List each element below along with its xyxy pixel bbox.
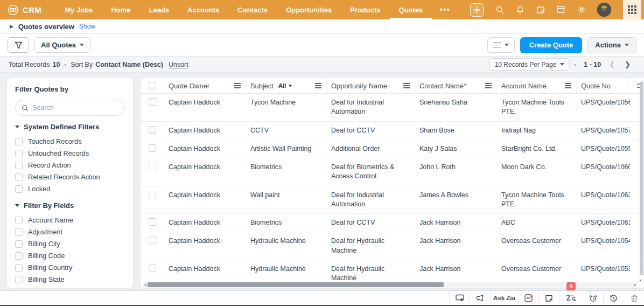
create-quote-button[interactable]: Create Quote [520, 37, 583, 53]
filter-item[interactable]: Untouched Records [15, 148, 125, 159]
filter-checkbox[interactable] [15, 173, 23, 181]
table-row[interactable]: Captain Haddock Biometrics Deal for CCTV… [141, 214, 644, 232]
cell-contact-name[interactable]: James A Bowles [415, 186, 497, 214]
prev-page-button[interactable]: ❮ [604, 60, 620, 68]
row-checkbox[interactable] [149, 191, 156, 198]
cell-account-name[interactable]: Tycon Machine Tools PTE. [497, 186, 577, 214]
filter-item[interactable]: Billing State [15, 274, 125, 285]
cell-subject[interactable]: Tycon Machine [246, 94, 327, 121]
next-page-button[interactable]: ❯ [620, 60, 635, 68]
cell-subject[interactable]: Biometrics [246, 214, 327, 232]
filter-item[interactable]: Locked [15, 183, 125, 194]
cell-contact-name[interactable]: Sham Bose [415, 122, 497, 140]
cell-contact-name[interactable]: Snehansu Saha [415, 94, 497, 121]
vertical-scrollbar[interactable]: ▾ [640, 81, 643, 281]
cell-subject[interactable]: Tycon Machine [246, 288, 327, 289]
nav-item[interactable]: Quotes [390, 0, 432, 19]
records-per-page-dropdown[interactable]: 10 Records Per Page [489, 58, 570, 71]
cell-account-name[interactable]: Moon Dark Co. [497, 158, 577, 186]
actions-button[interactable]: Actions [587, 37, 636, 53]
nav-item[interactable]: Opportunities [277, 0, 341, 19]
filter-item[interactable]: Touched Records [15, 136, 125, 147]
nav-item[interactable]: My Jobs [55, 0, 102, 19]
filter-checkbox[interactable] [15, 264, 23, 272]
collapse-caret-icon[interactable]: ▶ [10, 24, 13, 29]
cell-account-name[interactable]: Indrajit Nag [497, 122, 577, 140]
filter-checkbox[interactable] [15, 252, 23, 260]
show-link[interactable]: Show [79, 23, 95, 30]
cell-opportunity-name[interactable]: Deal for Industrial Automation [327, 186, 415, 214]
filter-button[interactable] [8, 37, 29, 53]
column-menu-icon[interactable] [565, 83, 571, 88]
cell-account-name[interactable]: Overseas Customer [497, 232, 577, 260]
cell-opportunity-name[interactable]: Deal for CCTV [327, 214, 415, 232]
announcement-icon[interactable] [470, 291, 490, 305]
cell-opportunity-name[interactable]: Deal for CCTV [327, 122, 415, 140]
cell-subject[interactable]: Biometrics [246, 158, 327, 186]
row-checkbox[interactable] [149, 98, 156, 106]
search-icon[interactable] [495, 5, 504, 15]
cell-contact-name[interactable]: Alexandra D Billiot [415, 288, 497, 289]
ask-zia-button[interactable]: Ask Zia [490, 291, 518, 305]
nav-item[interactable]: Contacts [228, 0, 277, 19]
table-row[interactable]: Captain Haddock CCTV Deal for CCTV Sham … [141, 122, 644, 140]
filter-checkbox[interactable] [15, 276, 23, 283]
cell-account-name[interactable]: StarBright Co. Ltd. [497, 288, 577, 289]
search-input[interactable] [32, 104, 118, 112]
scroll-down-icon[interactable]: ▾ [639, 278, 641, 283]
subject-filter-dropdown[interactable]: All [278, 82, 293, 89]
select-all-checkbox[interactable] [149, 82, 156, 89]
filter-item[interactable]: Billing Country [15, 262, 125, 273]
filter-item[interactable]: Billing Street [15, 286, 125, 289]
row-checkbox[interactable] [149, 265, 156, 272]
horizontal-scrollbar[interactable]: ◂ ▸ [143, 282, 638, 288]
cell-subject[interactable]: Wall paint [246, 186, 327, 214]
column-header-subject[interactable]: Subject All [246, 78, 327, 93]
marketplace-icon[interactable] [556, 5, 565, 15]
filter-checkbox[interactable] [15, 185, 23, 193]
gear-icon[interactable] [577, 5, 586, 15]
calendar-icon[interactable] [536, 5, 545, 15]
screen-share-icon[interactable] [449, 291, 470, 305]
column-menu-icon[interactable] [403, 83, 410, 88]
zia-signature-icon[interactable]: 4 [559, 291, 583, 305]
row-checkbox[interactable] [149, 126, 156, 134]
filter-checkbox[interactable] [15, 138, 23, 145]
zia-insights-icon[interactable] [518, 291, 538, 305]
column-header-quote-owner[interactable]: Quote Owner [164, 78, 246, 93]
row-checkbox[interactable] [149, 144, 156, 152]
filter-checkbox[interactable] [15, 288, 23, 289]
unsort-link[interactable]: Unsort [169, 61, 188, 68]
filter-item[interactable]: Adjustment [15, 226, 125, 238]
cell-opportunity-name[interactable]: Deal for Biometrics & Access Control [327, 158, 415, 186]
cell-account-name[interactable]: StarBright Co. Ltd. [497, 140, 577, 158]
nav-item[interactable]: Products [341, 0, 389, 19]
filter-checkbox[interactable] [15, 217, 23, 224]
list-view-selector[interactable] [487, 37, 515, 53]
cell-account-name[interactable]: Tycon Machine Tools PTE. [497, 94, 577, 121]
avatar[interactable] [597, 3, 611, 17]
bell-icon[interactable] [515, 5, 524, 15]
cell-subject[interactable]: Hydraulic Machine [246, 232, 327, 260]
row-checkbox[interactable] [149, 237, 156, 244]
cell-opportunity-name[interactable]: Deal for Industrial Automation [327, 94, 415, 121]
notes-icon[interactable] [538, 291, 559, 305]
cell-contact-name[interactable]: Jack Harrison [415, 214, 497, 232]
filter-checkbox[interactable] [15, 240, 23, 248]
column-menu-icon[interactable] [234, 83, 241, 88]
filter-checkbox[interactable] [15, 150, 23, 157]
nav-item[interactable]: Accounts [178, 0, 228, 19]
filter-item[interactable]: Account Name [15, 214, 125, 226]
cell-contact-name[interactable]: Katy J Salas [415, 140, 497, 158]
table-row[interactable]: Captain Haddock Artistic Wall Painting A… [141, 140, 644, 158]
scroll-left-icon[interactable]: ◂ [143, 282, 148, 287]
sidebar-section-title[interactable]: System Defined Filters [15, 123, 125, 131]
column-header-contact-name[interactable]: Contact Name* [415, 78, 497, 93]
nav-item[interactable]: Home [102, 0, 139, 19]
column-menu-icon[interactable] [485, 83, 492, 88]
table-row[interactable]: Captain Haddock Tycon Machine Deal for I… [141, 94, 644, 122]
sidebar-section-title[interactable]: Filter By Fields [15, 201, 125, 210]
table-row[interactable]: Captain Haddock Biometrics Deal for Biom… [141, 158, 644, 186]
table-row[interactable]: Captain Haddock Wall paint Deal for Indu… [141, 186, 644, 214]
quick-create-button[interactable] [470, 3, 484, 17]
